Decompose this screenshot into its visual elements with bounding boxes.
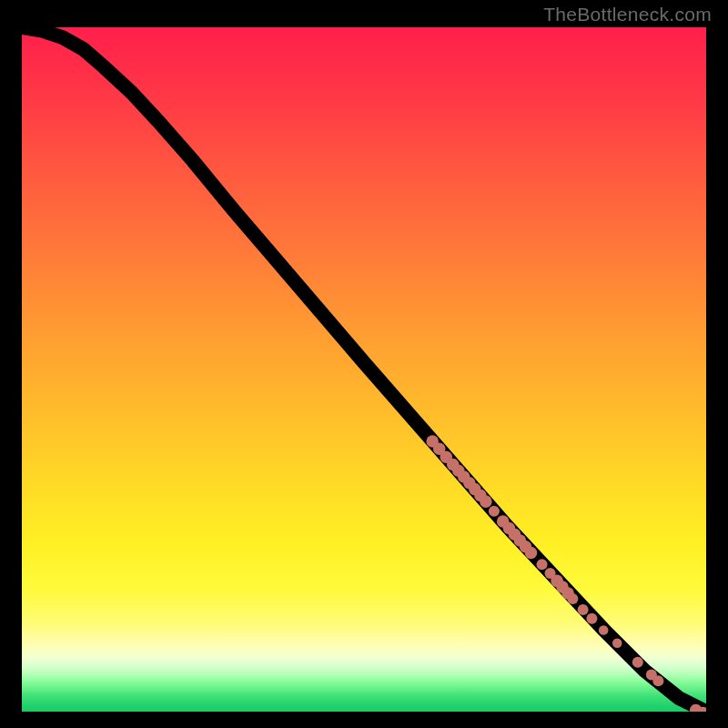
marker-group [426,435,706,712]
data-marker [578,604,589,615]
plot-area [22,27,706,712]
data-marker [632,657,643,668]
data-marker [537,559,548,570]
main-curve [22,27,706,712]
data-marker [525,547,538,560]
data-marker [567,593,578,604]
data-marker [652,675,663,686]
data-marker [599,625,609,635]
data-marker [612,639,622,649]
watermark-label: TheBottleneck.com [543,4,712,25]
data-marker [480,495,492,508]
chart-svg [22,27,706,712]
data-marker [586,613,597,624]
data-marker [489,506,500,517]
chart-frame: TheBottleneck.com [0,0,728,728]
